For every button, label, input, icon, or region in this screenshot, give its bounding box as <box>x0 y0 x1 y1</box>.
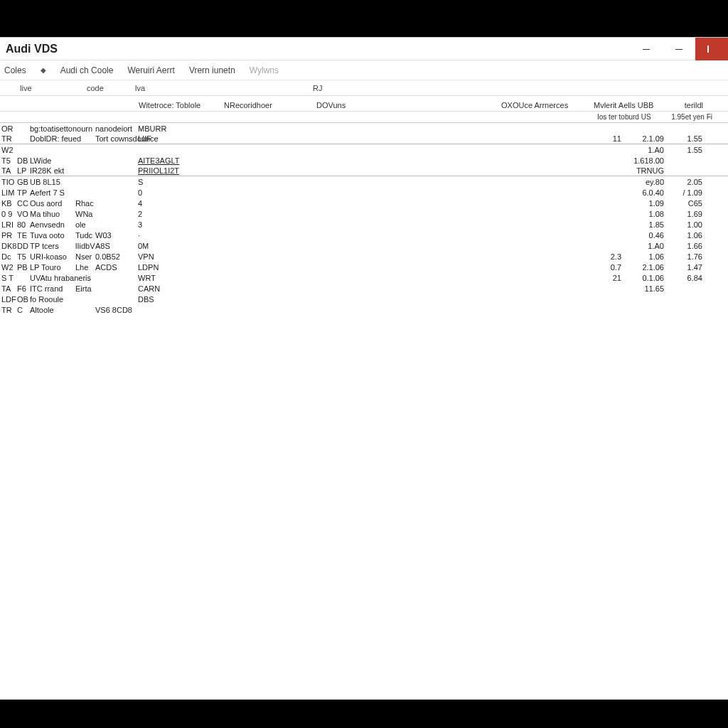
col-lva[interactable]: lva <box>135 84 313 92</box>
cell: 1.618.00 <box>621 156 664 165</box>
table-row[interactable]: LIMTPAefert 7 S06.0.40/ 1.09 <box>0 187 728 198</box>
close-icon <box>707 45 716 53</box>
cell: LIM <box>0 188 17 197</box>
cell: 1.47 <box>664 263 707 272</box>
cell: fo Rooule <box>30 295 75 304</box>
menu-wylwns[interactable]: Wylwns <box>250 65 279 75</box>
cell: IR28K ekt <box>30 166 75 175</box>
table-row[interactable]: W2PBLP TouroLheACDSLDPN0.72.1.061.47 <box>0 262 728 272</box>
cell: Aenvsedn <box>30 220 75 229</box>
maximize-icon <box>675 49 682 50</box>
menu-vrern[interactable]: Vrern iunetn <box>189 65 235 75</box>
subcol-dovuns[interactable]: DOVuns <box>316 101 501 109</box>
menu-weruiri[interactable]: Weruiri Aerrt <box>127 65 174 75</box>
table-row[interactable]: ORbg:toatisettonournnanodeiortMBURR <box>0 123 728 134</box>
menu-coles[interactable]: Coles <box>4 65 26 75</box>
cell: 0M <box>138 242 593 250</box>
table-row[interactable]: TRDoblDR: feuedTort cownsdounceLIIF112.1… <box>0 134 728 144</box>
cell: 1.08 <box>621 210 664 218</box>
menu-audi-coole[interactable]: Audi ch Coole <box>60 65 114 75</box>
cell: 1.69 <box>664 210 707 218</box>
cell: ITC rrand <box>30 284 75 293</box>
cell: WRT <box>138 274 593 282</box>
cell: TE <box>17 231 30 240</box>
cell: LDPN <box>138 263 593 272</box>
subcol-arrnerces[interactable]: OXOUce Arrnerces <box>501 101 594 109</box>
cell: URI-koaso <box>30 252 75 261</box>
cell: 0.7 <box>593 263 621 272</box>
minimize-button[interactable] <box>630 38 663 60</box>
table-row[interactable]: TAF6ITC rrandEirtaCARN11.65 <box>0 283 728 294</box>
cell: 11.65 <box>621 284 664 293</box>
cell: LDF <box>0 295 17 304</box>
cell: F6 <box>17 284 30 293</box>
cell: 2.1.06 <box>621 263 664 272</box>
minimize-icon <box>643 49 650 50</box>
cell: 4 <box>138 199 593 208</box>
cell: OB <box>17 295 30 304</box>
cell: Aefert 7 S <box>30 188 75 197</box>
cell: Lhe <box>75 263 95 272</box>
subcol-toblole[interactable]: Witetroce: Toblole <box>139 101 224 109</box>
cell: DB <box>17 156 30 165</box>
table-row[interactable]: TALPIR28K ektPRIIOL1I2TTRNUG <box>0 166 728 176</box>
subcol2-b: 1.95et yen Fi <box>661 113 718 121</box>
subcol-aells[interactable]: Mvlerit Aells UBB <box>594 101 660 109</box>
table-row[interactable]: LDFOBfo RoouleDBS <box>0 294 728 304</box>
close-button[interactable] <box>695 38 728 60</box>
cell: CARN <box>138 284 593 293</box>
cell: 2.1.09 <box>621 134 664 143</box>
cell: CC <box>17 199 30 208</box>
cell: LP <box>17 166 30 175</box>
table-row[interactable]: DK8DDTP tcerslIidbVA8S0M1.A01.66 <box>0 240 728 251</box>
cell: DD <box>17 242 30 250</box>
col-code[interactable]: code <box>87 84 135 92</box>
cell: T5 <box>0 156 17 165</box>
table-row[interactable]: T5DBLWideAITE3AGLT1.618.00 <box>0 155 728 166</box>
cell: Tort cownsdounce <box>95 134 138 143</box>
app-window: Audi VDS Coles ◆ Audi ch Coole Weruiri A… <box>0 37 728 700</box>
data-grid: ORbg:toatisettonournnanodeiortMBURRTRDob… <box>0 123 728 700</box>
col-live[interactable]: live <box>20 84 87 92</box>
svg-rect-2 <box>707 46 709 53</box>
cell: Rhac <box>75 199 95 208</box>
table-row[interactable]: W21.A01.55 <box>0 144 728 155</box>
cell: 0 9 <box>0 210 17 218</box>
table-row[interactable]: 0 9VOMa tihuoWNa21.081.69 <box>0 208 728 219</box>
cell: 11 <box>593 134 621 143</box>
cell: Tuva ooto <box>30 231 75 240</box>
cell: ey.80 <box>621 178 664 186</box>
cell: ole <box>75 220 95 229</box>
cell: PRIIOL1I2T <box>138 166 593 175</box>
cell: 6.0.40 <box>621 188 664 197</box>
cell: 1.A0 <box>621 146 664 154</box>
cell: WNa <box>75 210 95 218</box>
maximize-button[interactable] <box>663 38 695 60</box>
table-row[interactable]: PRTETuva ootoTudcW03·0.461.06 <box>0 230 728 240</box>
cell: 2.3 <box>593 252 621 261</box>
cell: Ous aord <box>30 199 75 208</box>
table-row[interactable]: S TUVAtu hrabanerisWRT210.1.066.84 <box>0 272 728 283</box>
menubar: Coles ◆ Audi ch Coole Weruiri Aerrt Vrer… <box>0 60 728 80</box>
table-row[interactable]: KBCCOus aordRhac41.09C65 <box>0 198 728 208</box>
cell: · <box>138 231 593 240</box>
cell: C65 <box>664 199 707 208</box>
subcol-recordhoer[interactable]: NRecoridhoer <box>224 101 316 109</box>
cell: TP <box>17 188 30 197</box>
cell: 6.84 <box>664 274 707 282</box>
cell: DK8 <box>0 242 17 250</box>
col-rj[interactable]: RJ <box>313 84 322 92</box>
table-row[interactable]: LRI80Aenvsednole31.851.00 <box>0 219 728 230</box>
cell: OR <box>0 124 17 133</box>
dropdown-icon[interactable]: ◆ <box>41 66 46 74</box>
cell: 1.76 <box>664 252 707 261</box>
cell: Ma tihuo <box>30 210 75 218</box>
cell: W2 <box>0 263 17 272</box>
cell: UB 8L15 <box>30 178 75 186</box>
table-row[interactable]: DcT5URI-koasoNser0.0B52VPN2.31.061.76 <box>0 251 728 262</box>
cell: VS6 8CD8 <box>95 306 138 314</box>
table-row[interactable]: TIOGBUB 8L15Sey.802.05 <box>0 176 728 187</box>
table-row[interactable]: TRCAltooleVS6 8CD8 <box>0 304 728 315</box>
subcol2-a: Ios ter toburd US <box>597 113 661 121</box>
subcol-terildl[interactable]: terildl <box>660 101 703 109</box>
